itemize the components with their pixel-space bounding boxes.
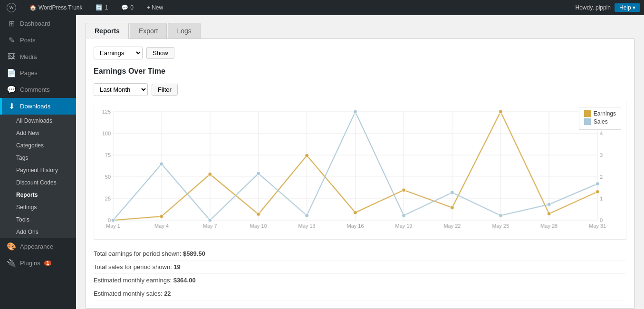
- sidebar-item-posts[interactable]: ✎ Posts: [0, 32, 76, 48]
- tab-reports[interactable]: Reports: [86, 23, 129, 39]
- media-icon: 🖼: [7, 52, 16, 61]
- sidebar-item-appearance[interactable]: 🎨 Appearance: [0, 238, 76, 255]
- update-icon: 🔄: [96, 4, 103, 11]
- submenu-tags[interactable]: Tags: [0, 152, 76, 164]
- sidebar-label-pages: Pages: [20, 69, 38, 77]
- legend-earnings-label: Earnings: [594, 110, 616, 117]
- update-count: 1: [105, 4, 108, 11]
- legend-sales-label: Sales: [594, 118, 608, 125]
- tab-export[interactable]: Export: [130, 23, 167, 39]
- stat-est-sales: Estimated monthly sales: 22: [94, 287, 626, 300]
- sidebar-label-comments: Comments: [20, 86, 50, 93]
- sidebar-item-pages[interactable]: 📄 Pages: [0, 65, 76, 81]
- howdy-text: Howdy, pippin: [576, 4, 611, 11]
- submenu-add-ons[interactable]: Add Ons: [0, 226, 76, 238]
- tab-logs[interactable]: Logs: [168, 23, 200, 39]
- main-content: Reports Export Logs Earnings Downloads G…: [76, 15, 644, 309]
- submenu-reports[interactable]: Reports: [0, 189, 76, 201]
- sidebar-label-posts: Posts: [20, 37, 36, 44]
- main-wrapper: ⊞ Dashboard ✎ Posts 🖼 Media 📄 Pages 💬 Co…: [0, 15, 644, 309]
- sidebar-item-comments[interactable]: 💬 Comments: [0, 81, 76, 98]
- wp-logo-item[interactable]: W: [4, 0, 19, 15]
- content-wrap: Reports Export Logs Earnings Downloads G…: [76, 15, 644, 309]
- submenu-settings[interactable]: Settings: [0, 201, 76, 213]
- chart-legend: Earnings Sales: [579, 107, 621, 130]
- sales-color-swatch: [584, 118, 591, 125]
- sidebar-label-appearance: Appearance: [20, 243, 53, 250]
- stat-total-sales-label: Total sales for period shown:: [94, 263, 172, 270]
- new-label: + New: [147, 4, 163, 11]
- admin-bar: W 🏠 WordPress Trunk 🔄 1 💬 0 + New Howdy,…: [0, 0, 644, 15]
- submenu-discount-codes[interactable]: Discount Codes: [0, 176, 76, 189]
- submenu-add-new[interactable]: Add New: [0, 127, 76, 139]
- chart-controls: Last Month Last 7 Days Last 30 Days This…: [94, 83, 626, 96]
- comments-icon: 💬: [7, 85, 16, 94]
- updates-item[interactable]: 🔄 1: [93, 0, 111, 15]
- submenu-payment-history[interactable]: Payment History: [0, 164, 76, 176]
- sidebar-label-dashboard: Dashboard: [20, 20, 50, 27]
- help-button[interactable]: Help ▾: [615, 3, 640, 12]
- submenu-all-downloads[interactable]: All Downloads: [0, 115, 76, 127]
- earnings-color-swatch: [584, 110, 591, 117]
- adminbar-left: W 🏠 WordPress Trunk 🔄 1 💬 0 + New: [4, 0, 166, 15]
- stat-est-earnings-label: Estimated monthly earnings:: [94, 277, 172, 284]
- adminbar-right: Howdy, pippin Help ▾: [576, 3, 641, 12]
- chart-title: Earnings Over Time: [94, 67, 626, 76]
- sidebar-label-downloads: Downloads: [20, 103, 50, 110]
- home-icon: 🏠: [29, 4, 37, 11]
- sidebar: ⊞ Dashboard ✎ Posts 🖼 Media 📄 Pages 💬 Co…: [0, 15, 76, 309]
- legend-sales: Sales: [584, 118, 616, 125]
- site-name: WordPress Trunk: [38, 4, 82, 11]
- site-name-item[interactable]: 🏠 WordPress Trunk: [27, 0, 85, 15]
- wp-logo-icon: W: [7, 3, 16, 12]
- dashboard-icon: ⊞: [7, 19, 16, 28]
- date-filter-select[interactable]: Last Month Last 7 Days Last 30 Days This…: [94, 83, 148, 96]
- stat-est-earnings-value: $364.00: [173, 277, 196, 284]
- plugins-icon: 🔌: [7, 259, 16, 268]
- plugins-badge: 1: [44, 261, 52, 266]
- svg-text:W: W: [10, 5, 14, 10]
- sidebar-item-plugins[interactable]: 🔌 Plugins 1: [0, 255, 76, 271]
- sidebar-label-media: Media: [20, 53, 37, 60]
- downloads-icon: ⬇: [7, 102, 16, 111]
- comments-item[interactable]: 💬 0: [118, 0, 136, 15]
- sidebar-item-downloads[interactable]: ⬇ Downloads: [0, 98, 76, 115]
- reports-panel: Earnings Downloads Gateways Taxes Show E…: [86, 39, 634, 309]
- stats-section: Total earnings for period shown: $589.50…: [94, 247, 626, 300]
- show-button[interactable]: Show: [146, 47, 174, 59]
- downloads-submenu: All Downloads Add New Categories Tags Pa…: [0, 115, 76, 238]
- appearance-icon: 🎨: [7, 242, 16, 251]
- comment-icon: 💬: [121, 4, 128, 11]
- report-chart: [94, 102, 626, 239]
- stat-total-sales-value: 19: [173, 263, 180, 270]
- sidebar-item-media[interactable]: 🖼 Media: [0, 48, 76, 65]
- pages-icon: 📄: [7, 68, 16, 77]
- comment-count: 0: [130, 4, 134, 11]
- stat-total-sales: Total sales for period shown: 19: [94, 261, 626, 274]
- report-controls: Earnings Downloads Gateways Taxes Show: [94, 47, 626, 59]
- sidebar-item-dashboard[interactable]: ⊞ Dashboard: [0, 15, 76, 32]
- stat-total-earnings: Total earnings for period shown: $589.50: [94, 247, 626, 261]
- stat-total-earnings-label: Total earnings for period shown:: [94, 250, 181, 257]
- report-type-select[interactable]: Earnings Downloads Gateways Taxes: [94, 47, 143, 59]
- sidebar-label-plugins: Plugins: [20, 260, 40, 267]
- tab-bar: Reports Export Logs: [86, 23, 634, 39]
- posts-icon: ✎: [7, 36, 16, 45]
- filter-button[interactable]: Filter: [152, 84, 178, 96]
- submenu-tools[interactable]: Tools: [0, 213, 76, 226]
- chart-container: Earnings Sales: [94, 102, 626, 240]
- stat-est-sales-label: Estimated monthly sales:: [94, 290, 163, 297]
- new-item[interactable]: + New: [144, 0, 166, 15]
- stat-est-earnings: Estimated monthly earnings: $364.00: [94, 274, 626, 287]
- submenu-categories[interactable]: Categories: [0, 139, 76, 152]
- stat-est-sales-value: 22: [164, 290, 171, 297]
- legend-earnings: Earnings: [584, 110, 616, 117]
- stat-total-earnings-value: $589.50: [183, 250, 205, 257]
